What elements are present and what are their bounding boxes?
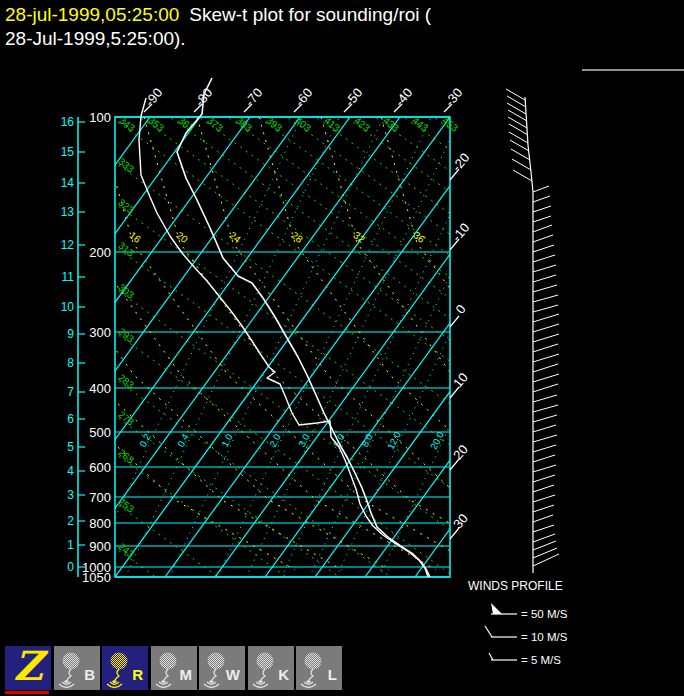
legend-label: = 10 M/S [521,631,568,643]
balloon-base [209,680,213,683]
temp-label-top: -90 [142,85,166,109]
km-label: 12 [61,238,75,252]
temp-tick-right [450,387,459,398]
toolbar-button-letter: W [226,666,240,683]
toolbar-button-b[interactable]: B [54,646,100,690]
km-label: 7 [67,385,74,399]
wind-feather [533,374,559,382]
wind-feather [533,505,554,512]
toolbar-button-z[interactable]: Z [5,646,51,690]
moist-adiabat-label: 36 [411,229,427,245]
temp-tick-right [450,239,459,250]
clipped-lines [0,0,684,696]
mixing-ratio-line [281,117,495,577]
wind-feather [533,415,557,422]
balloon-string [261,669,265,680]
toolbar-button-k[interactable]: K [248,646,294,690]
moist-adiabat-line [144,117,530,570]
wind-feather [533,324,559,332]
wind-feather [533,354,559,362]
moist-adiabat-line [197,117,583,570]
wind-feather [533,475,555,482]
toolbar-button-r[interactable]: R [102,646,148,690]
wind-feather [533,216,551,222]
wind-feather [533,445,556,452]
balloon-base [112,680,116,683]
balloon-bulb [257,653,274,670]
wind-feather [533,344,558,352]
dry-adiabat-line [0,0,684,696]
legend-pennant [491,603,502,614]
wind-feather [533,395,557,402]
temp-label-top: -30 [442,85,466,109]
mixing-ratio-label: 0.4 [175,432,191,449]
wind-feather [508,110,527,121]
isotherm-line [215,117,550,577]
wind-feather [533,334,559,342]
dry-adiabat-line [0,0,684,696]
pressure-label: 900 [89,539,111,554]
dry-adiabat-label-left: 293 [116,326,136,345]
wind-feather [533,435,557,442]
km-label: 4 [67,464,74,478]
pressure-label: 500 [89,425,111,440]
balloon-bulb [63,653,80,670]
balloon-string [67,669,71,680]
dry-adiabat-label-left: 243 [116,541,136,560]
temp-label-right: -10 [449,220,473,244]
isotherm-line [115,117,450,577]
wind-feather [533,495,555,502]
mixing-ratio-line [379,117,593,577]
km-label: 14 [61,176,75,190]
temp-label-right: 30 [450,511,471,532]
mixing-ratio-line [87,117,301,577]
km-label: 3 [67,488,74,502]
winds-profile-title: WINDS PROFILE [468,579,563,593]
pressure-label: 700 [89,490,111,505]
legend-half-barb [489,653,493,660]
moist-adiabat-line [321,117,684,570]
legend-label: = 50 M/S [521,608,568,620]
temp-label-right: -20 [449,150,473,174]
km-label: 10 [61,300,75,314]
toolbar-button-m[interactable]: M [151,646,197,690]
mixing-ratio-line [309,117,523,577]
dry-adiabat-line [0,0,684,604]
mixing-ratio-line [169,117,383,577]
wind-feather [533,541,556,550]
balloon-base [306,680,310,683]
balloon-bulb [111,653,128,670]
wind-feather [533,186,549,192]
toolbar-button-l[interactable]: L [296,646,342,690]
isotherm-line [315,117,650,577]
wind-feather [508,117,527,128]
balloon-string [115,669,119,680]
pressure-label: 600 [89,460,111,475]
balloon-base [258,680,262,683]
dry-adiabat-line [0,0,684,696]
active-button-indicator [5,691,49,694]
toolbar-button-w[interactable]: W [199,646,245,690]
balloon-base [64,680,68,683]
wind-feather [533,305,558,312]
wind-feather [533,425,556,432]
temp-label-right: 10 [450,370,471,391]
balloon-bulb [305,653,322,670]
mixing-ratio-label: 1.0 [219,432,235,449]
dry-adiabat-label-left: 273 [116,409,136,428]
dry-adiabat-label-left: 303 [116,282,136,301]
wind-feather [533,196,550,202]
wind-feather [533,314,559,322]
temp-tick-right [450,528,459,539]
dry-adiabat-line [0,0,684,696]
km-label: 2 [67,514,74,528]
dry-adiabat-label-left: 263 [116,447,136,466]
isotherm-line [0,117,50,577]
dry-adiabat-label-left: 253 [116,496,136,515]
wind-feather [533,485,554,492]
balloon-string [164,669,168,680]
wind-feather [511,149,530,160]
balloon-bulb [160,653,177,670]
balloon-string [309,669,313,680]
temp-tick-right [450,316,459,327]
